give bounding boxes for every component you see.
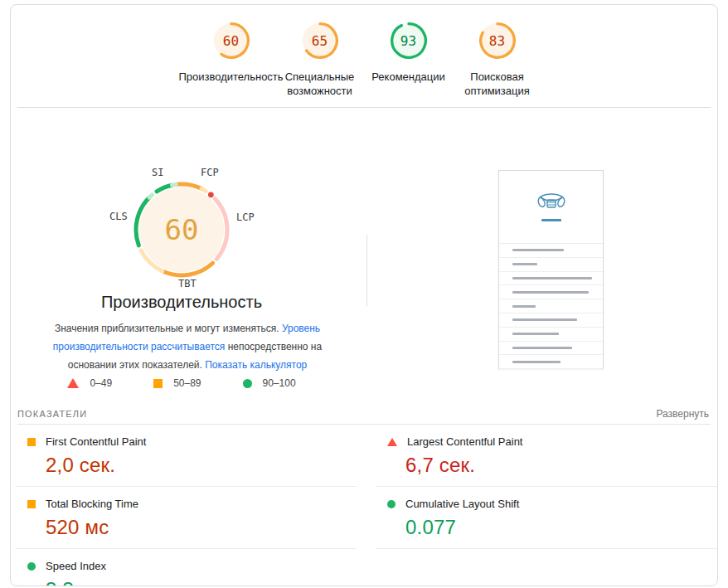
metric-item: Cumulative Layout Shift 0.077: [376, 487, 717, 549]
legend-item: 0–49: [67, 377, 112, 389]
metric-triangle-icon: [387, 438, 397, 446]
metric-circle-icon: [27, 562, 36, 571]
category-score-gauge: 93: [389, 21, 429, 61]
header-divider: [17, 107, 711, 108]
category-score-value: 65: [300, 21, 340, 61]
legend-range: 50–89: [173, 377, 201, 389]
metric-value: 0.077: [405, 516, 717, 539]
metric-value: 2,0 сек.: [46, 454, 357, 477]
gauge-metric-label-tbt: TBT: [178, 278, 197, 289]
metric-value: 6,7 сек.: [405, 454, 717, 477]
category-score-value: 83: [478, 21, 517, 61]
thumbnail-menu-row: [499, 299, 603, 313]
gauge-metric-label-si: SI: [152, 167, 163, 178]
legend-triangle-icon: [67, 378, 79, 388]
legend-item: 50–89: [153, 377, 201, 389]
page-screenshot-thumbnail: [498, 170, 604, 369]
metric-value: 3,3 сек.: [46, 578, 357, 586]
category-label: Специальные возможности: [275, 70, 364, 98]
metric-item: First Contentful Paint 2,0 сек.: [16, 425, 357, 487]
legend-range: 90–100: [263, 377, 296, 389]
site-logo-icon: [536, 192, 566, 217]
metric-value: 520 мс: [46, 516, 357, 539]
thumbnail-menu-list: [499, 244, 603, 369]
legend-item: 90–100: [243, 377, 296, 389]
thumbnail-menu-row: [499, 285, 603, 299]
category-scores-header: 60 Производительность 65 Специальные воз…: [11, 5, 717, 107]
column-divider: [366, 235, 367, 306]
thumbnail-menu-row: [499, 342, 603, 356]
description-text: Значения приблизительные и могут изменят…: [55, 323, 282, 334]
score-legend: 0–49 50–89 90–100: [11, 377, 352, 389]
category-score-value: 93: [389, 21, 429, 61]
thumbnail-menu-row: [499, 272, 603, 286]
category-accessibility[interactable]: 65 Специальные возможности: [275, 21, 364, 98]
category-best-practices[interactable]: 93 Рекомендации: [364, 21, 453, 84]
category-score-gauge: 65: [300, 21, 340, 61]
expand-metrics-button[interactable]: Развернуть: [656, 408, 709, 420]
metric-label: Speed Index: [46, 560, 106, 572]
legend-range: 0–49: [90, 377, 112, 389]
category-seo[interactable]: 83 Поисковая оптимизация: [453, 21, 541, 98]
category-label: Рекомендации: [371, 70, 445, 84]
metric-item: Speed Index 3,3 сек.: [16, 549, 357, 586]
thumbnail-menu-row: [499, 355, 603, 369]
legend-square-icon: [153, 379, 163, 388]
gauge-metric-label-lcp: LCP: [236, 211, 255, 223]
legend-circle-icon: [243, 379, 252, 388]
thumbnail-menu-row: [499, 258, 603, 272]
metric-label: Cumulative Layout Shift: [405, 498, 519, 510]
metric-label: First Contentful Paint: [46, 435, 146, 448]
metrics-header: ПОКАЗАТЕЛИ Развернуть: [17, 406, 709, 422]
site-logo-wordmark: [541, 219, 561, 221]
metric-label: Largest Contentful Paint: [407, 435, 522, 448]
category-score-gauge: 60: [211, 21, 251, 61]
thumbnail-menu-row: [499, 313, 603, 328]
metrics-grid: First Contentful Paint 2,0 сек. Total Bl…: [16, 425, 717, 586]
gauge-metric-label-cls: CLS: [109, 211, 128, 222]
category-score-gauge: 83: [478, 21, 517, 61]
thumbnail-menu-row: [499, 328, 603, 342]
metric-circle-icon: [387, 500, 396, 508]
metric-item: Total Blocking Time 520 мс: [16, 487, 357, 549]
performance-title: Производительность: [11, 293, 352, 312]
show-calculator-link[interactable]: Показать калькулятор: [205, 359, 307, 371]
category-label: Поисковая оптимизация: [453, 70, 541, 98]
category-score-value: 60: [211, 21, 251, 61]
metric-item: Largest Contentful Paint 6,7 сек.: [376, 425, 717, 487]
metrics-section-title: ПОКАЗАТЕЛИ: [17, 409, 87, 419]
category-performance[interactable]: 60 Производительность: [187, 21, 275, 84]
thumbnail-site-header: [499, 171, 603, 244]
metric-square-icon: [27, 500, 36, 508]
metric-square-icon: [27, 438, 36, 446]
category-label: Производительность: [178, 70, 283, 84]
performance-score: 60: [130, 178, 233, 281]
gauge-metric-label-fcp: FCP: [201, 167, 219, 178]
performance-description: Значения приблизительные и могут изменят…: [31, 319, 344, 374]
thumbnail-menu-row: [499, 244, 603, 258]
metric-label: Total Blocking Time: [46, 498, 138, 510]
report-card: 60 Производительность 65 Специальные воз…: [10, 4, 718, 586]
